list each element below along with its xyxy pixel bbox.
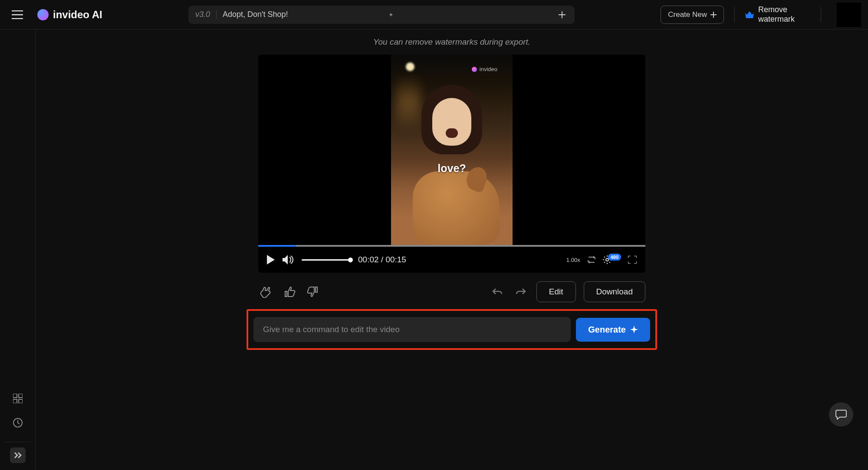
- progress-fill: [258, 245, 296, 247]
- generate-label: Generate: [588, 325, 626, 335]
- chat-icon: [835, 409, 847, 420]
- clap-icon: [260, 286, 273, 298]
- version-tag: v3.0: [195, 10, 217, 19]
- video-frame: invideo love?: [391, 55, 513, 245]
- settings-button[interactable]: 480: [603, 255, 621, 264]
- svg-rect-3: [19, 399, 23, 403]
- chevron-double-right-icon: [14, 452, 22, 459]
- project-bar[interactable]: v3.0 Adopt, Don't Shop! ✦: [188, 6, 575, 24]
- play-button[interactable]: [267, 255, 275, 264]
- edit-button[interactable]: Edit: [536, 281, 576, 302]
- watermark-tip: You can remove watermarks during export.: [373, 37, 530, 47]
- thumbs-down-icon: [307, 286, 318, 297]
- sidebar: [0, 29, 36, 470]
- video-canvas[interactable]: invideo love?: [258, 55, 645, 245]
- sidebar-expand-button[interactable]: [10, 447, 26, 463]
- total-time: 00:15: [385, 255, 406, 264]
- quality-badge: 480: [608, 254, 621, 261]
- divider: [5, 442, 31, 442]
- app-header: invideo AI v3.0 Adopt, Don't Shop! ✦ Cre…: [0, 0, 868, 29]
- volume-slider[interactable]: [302, 259, 350, 261]
- player-controls: 00:02 / 00:15 1.00x 480: [258, 247, 645, 273]
- volume-icon: [283, 255, 294, 264]
- logo[interactable]: invideo AI: [37, 9, 102, 21]
- plus-icon: [558, 11, 566, 19]
- progress-bar[interactable]: [258, 245, 645, 247]
- create-new-label: Create New: [668, 10, 707, 19]
- sidebar-grid-button[interactable]: [7, 388, 28, 409]
- command-input[interactable]: [253, 317, 571, 342]
- crown-icon: [745, 11, 754, 18]
- project-name: Adopt, Don't Shop!: [217, 10, 385, 19]
- menu-button[interactable]: [7, 4, 28, 25]
- current-time: 00:02: [358, 255, 379, 264]
- undo-button[interactable]: [490, 285, 505, 299]
- grid-icon: [13, 394, 23, 403]
- svg-rect-1: [19, 394, 23, 398]
- watermark-text: invideo: [480, 66, 497, 72]
- thumbs-up-icon: [284, 286, 296, 297]
- divider: [821, 7, 821, 23]
- thumbs-up-button[interactable]: [283, 284, 297, 299]
- sparkle-icon: ✦: [388, 11, 394, 18]
- main-content: You can remove watermarks during export.…: [36, 29, 868, 470]
- add-project-button[interactable]: [556, 9, 568, 20]
- chat-support-button[interactable]: [829, 402, 853, 427]
- logo-icon: [37, 9, 49, 20]
- loop-button[interactable]: [587, 256, 596, 264]
- remove-watermark-label: Remove watermark: [758, 5, 810, 24]
- timecode: 00:02 / 00:15: [358, 255, 406, 264]
- header-center: v3.0 Adopt, Don't Shop! ✦: [109, 6, 654, 24]
- sidebar-history-button[interactable]: [7, 412, 28, 433]
- action-row: Edit Download: [258, 281, 645, 302]
- create-new-button[interactable]: Create New: [661, 6, 724, 24]
- undo-icon: [492, 287, 503, 296]
- video-player: invideo love? 00:02 / 00:15 1.00x: [258, 55, 645, 273]
- svg-rect-0: [13, 394, 17, 398]
- svg-point-5: [606, 258, 608, 261]
- divider: [734, 7, 735, 23]
- download-button[interactable]: Download: [584, 281, 646, 302]
- prompt-area: Generate: [247, 309, 657, 350]
- fullscreen-icon: [628, 256, 637, 264]
- sparkle-icon: [630, 326, 638, 333]
- thumbs-down-button[interactable]: [305, 284, 320, 299]
- clap-button[interactable]: [258, 284, 275, 300]
- generate-button[interactable]: Generate: [576, 318, 650, 342]
- play-icon: [267, 255, 275, 264]
- plus-icon: [710, 12, 717, 18]
- loop-icon: [587, 256, 596, 264]
- playback-speed-button[interactable]: 1.00x: [566, 257, 580, 263]
- svg-rect-2: [13, 399, 17, 403]
- watermark-logo-icon: [472, 67, 477, 72]
- video-caption: love?: [437, 162, 466, 175]
- redo-icon: [516, 287, 526, 296]
- avatar[interactable]: [837, 3, 861, 27]
- logo-text: invideo AI: [53, 9, 102, 21]
- fullscreen-button[interactable]: [628, 256, 637, 264]
- remove-watermark-button[interactable]: Remove watermark: [745, 5, 810, 24]
- video-watermark: invideo: [472, 66, 497, 72]
- redo-button[interactable]: [513, 285, 529, 299]
- clock-icon: [13, 418, 23, 428]
- hamburger-icon: [12, 10, 23, 19]
- volume-button[interactable]: [283, 255, 294, 264]
